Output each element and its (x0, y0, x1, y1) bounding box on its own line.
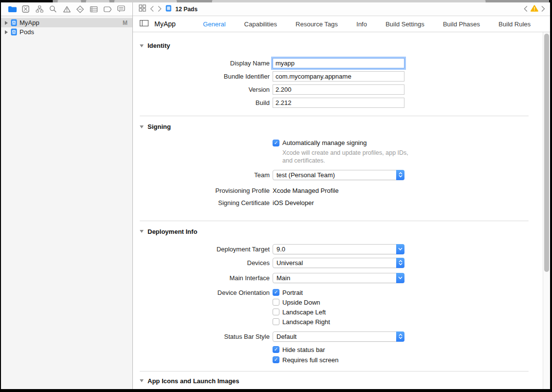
editor-content: Identity Display Name Bundle Identifier … (133, 32, 550, 389)
team-row: Team test (Personal Team) (140, 170, 535, 180)
section-divider (140, 221, 529, 221)
field-label: Main Interface (140, 274, 270, 282)
devices-row: Devices Universal (140, 258, 535, 268)
jump-bar: 12 Pads (133, 2, 550, 16)
forward-chevron-icon[interactable] (158, 5, 162, 14)
related-items-icon[interactable] (139, 4, 146, 14)
symbol-navigator-icon[interactable] (35, 4, 44, 14)
warning-badge-icon[interactable] (531, 5, 538, 14)
auto-manage-signing-checkbox[interactable] (273, 140, 279, 146)
tab-build-settings[interactable]: Build Settings (385, 21, 425, 28)
tab-general[interactable]: General (203, 21, 226, 28)
popup-value: 9.0 (273, 246, 396, 253)
status-bar-options-group: Hide status bar Requires full screen (273, 346, 535, 364)
tab-capabilities[interactable]: Capabilities (244, 21, 277, 28)
version-input[interactable] (273, 84, 404, 95)
checkbox-label: Hide status bar (282, 346, 325, 353)
field-label: Build (140, 99, 270, 106)
report-navigator-icon[interactable] (116, 4, 126, 14)
upside-down-checkbox[interactable] (273, 299, 279, 306)
combo-chevron-icon (396, 273, 404, 283)
checkbox-label: Automatically manage signing (282, 139, 367, 146)
section-divider (140, 371, 529, 371)
device-orientation-row: Device Orientation Portrait Upside Down (140, 289, 535, 326)
scrollbar-thumb[interactable] (544, 34, 549, 272)
back-chevron-icon[interactable] (150, 5, 154, 14)
project-file-icon (11, 28, 17, 36)
build-input[interactable] (273, 98, 404, 108)
provisioning-profile-row: Provisioning Profile Xcode Managed Profi… (140, 187, 535, 195)
display-name-input[interactable] (273, 58, 404, 68)
modified-badge: M (123, 20, 127, 26)
signing-certificate-value: iOS Developer (273, 199, 314, 206)
tab-build-phases[interactable]: Build Phases (443, 21, 480, 28)
checkbox-label: Landscape Left (282, 309, 326, 316)
targets-sidebar-toggle-icon[interactable] (140, 20, 149, 28)
bundle-identifier-row: Bundle Identifier (140, 71, 535, 82)
test-navigator-icon[interactable] (75, 4, 85, 14)
disclosure-triangle-icon[interactable] (5, 21, 8, 25)
orientation-checkbox-group: Portrait Upside Down Landscape Left (273, 289, 330, 326)
identity-section-header: Identity (140, 42, 535, 49)
sidebar-item-label: Pods (20, 28, 34, 36)
main-interface-combobox[interactable]: Main (273, 273, 404, 283)
signing-section-header: Signing (140, 123, 535, 130)
section-title: Signing (148, 123, 171, 130)
file-icon (166, 5, 171, 14)
project-file-list: MyApp M Pods (1, 16, 132, 389)
sidebar-item-label: MyApp (20, 19, 39, 26)
field-label: Devices (140, 259, 270, 267)
devices-popup[interactable]: Universal (273, 258, 404, 268)
breadcrumb-file-title[interactable]: 12 Pads (175, 6, 197, 13)
field-label: Status Bar Style (140, 333, 270, 340)
disclosure-triangle-icon[interactable] (140, 125, 144, 128)
find-navigator-icon[interactable] (48, 4, 58, 14)
section-title: Identity (148, 42, 170, 49)
section-title: Deployment Info (148, 228, 197, 235)
display-name-row: Display Name (140, 58, 535, 68)
navigator-sidebar: MyApp M Pods (1, 2, 133, 389)
tab-build-rules[interactable]: Build Rules (499, 21, 531, 28)
field-label: Deployment Target (140, 246, 270, 253)
main-interface-row: Main Interface Main (140, 273, 535, 283)
breakpoint-navigator-icon[interactable] (103, 4, 112, 14)
issue-navigator-icon[interactable] (62, 4, 72, 14)
deployment-target-combobox[interactable]: 9.0 (273, 244, 404, 254)
landscape-right-checkbox[interactable] (273, 318, 279, 325)
source-control-navigator-icon[interactable] (21, 4, 31, 14)
provisioning-profile-value: Xcode Managed Profile (273, 187, 339, 194)
project-file-icon (11, 19, 17, 26)
field-label: Version (140, 86, 270, 93)
field-label: Provisioning Profile (140, 187, 270, 194)
tab-info[interactable]: Info (357, 21, 367, 28)
popup-value: Main (273, 274, 396, 282)
disclosure-triangle-icon[interactable] (140, 379, 144, 382)
team-popup[interactable]: test (Personal Team) (273, 170, 404, 180)
project-name-label: MyApp (154, 20, 176, 28)
requires-full-screen-checkbox[interactable] (273, 356, 279, 363)
sidebar-item-myapp[interactable]: MyApp M (1, 18, 132, 27)
sidebar-item-pods[interactable]: Pods (1, 27, 132, 37)
debug-navigator-icon[interactable] (89, 4, 99, 14)
status-bar-style-popup[interactable]: Default (273, 331, 404, 342)
disclosure-triangle-icon[interactable] (5, 30, 8, 34)
disclosure-triangle-icon[interactable] (140, 44, 144, 47)
bundle-identifier-input[interactable] (273, 71, 404, 82)
auto-manage-signing-group: Automatically manage signing Xcode will … (273, 139, 535, 165)
next-issue-chevron-icon[interactable] (541, 5, 545, 14)
field-label: Device Orientation (140, 289, 270, 296)
signing-certificate-row: Signing Certificate iOS Developer (140, 199, 535, 207)
previous-issue-chevron-icon[interactable] (524, 5, 528, 14)
landscape-left-checkbox[interactable] (273, 309, 279, 315)
hide-status-bar-checkbox[interactable] (273, 346, 279, 353)
vertical-scrollbar[interactable] (543, 32, 550, 389)
disclosure-triangle-icon[interactable] (140, 230, 144, 233)
project-editor-tabstrip: MyApp General Capabilities Resource Tags… (133, 16, 550, 32)
tab-resource-tags[interactable]: Resource Tags (296, 21, 338, 28)
portrait-checkbox[interactable] (273, 289, 279, 296)
combo-chevron-icon (396, 244, 404, 254)
popup-value: test (Personal Team) (273, 171, 396, 179)
navigator-toolbar (1, 2, 132, 16)
popup-stepper-icon (396, 258, 404, 268)
project-navigator-icon[interactable] (7, 4, 17, 14)
